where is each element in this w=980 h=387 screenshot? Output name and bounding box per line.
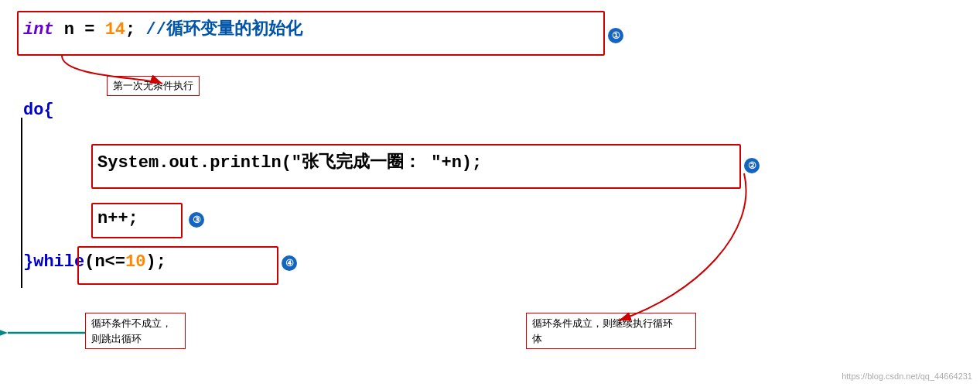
main-container: int n = 14; //循环变量的初始化 ① 第一次无条件执行 do{ Sy… — [0, 0, 980, 387]
watermark: https://blog.csdn.net/qq_44664231 — [842, 372, 972, 381]
line5-box — [77, 246, 278, 285]
keyword-int: int — [23, 20, 54, 39]
code-while-prefix: }while — [23, 252, 84, 272]
annotation-exit-line2: 则跳出循环 — [91, 333, 142, 344]
code-assign: n = — [54, 20, 105, 39]
code-line3: System.out.println("张飞完成一圈： "+n); — [97, 150, 482, 173]
annotation-first-execution: 第一次无条件执行 — [107, 76, 200, 96]
badge-4: ④ — [282, 255, 297, 271]
code-comment: //循环变量的初始化 — [145, 20, 302, 39]
code-line1: int n = 14; //循环变量的初始化 — [23, 17, 302, 40]
code-semicolon: ; — [125, 20, 145, 39]
annotation-continue-line1: 循环条件成立，则继续执行循环 — [532, 317, 673, 329]
code-line4: n++; — [97, 209, 138, 228]
badge-3: ③ — [189, 212, 204, 228]
annotation-text-1: 第一次无条件执行 — [113, 80, 193, 91]
badge-1: ① — [608, 28, 623, 43]
annotation-continue-line2: 体 — [532, 333, 542, 344]
annotation-continue-loop: 循环条件成立，则继续执行循环 体 — [526, 313, 696, 349]
arrow-continue — [619, 173, 746, 320]
number-14: 14 — [105, 20, 125, 39]
annotation-exit-line1: 循环条件不成立， — [91, 317, 172, 329]
badge-2: ② — [744, 158, 760, 173]
code-line2: do{ — [23, 101, 54, 120]
annotation-exit-loop: 循环条件不成立， 则跳出循环 — [85, 313, 186, 349]
